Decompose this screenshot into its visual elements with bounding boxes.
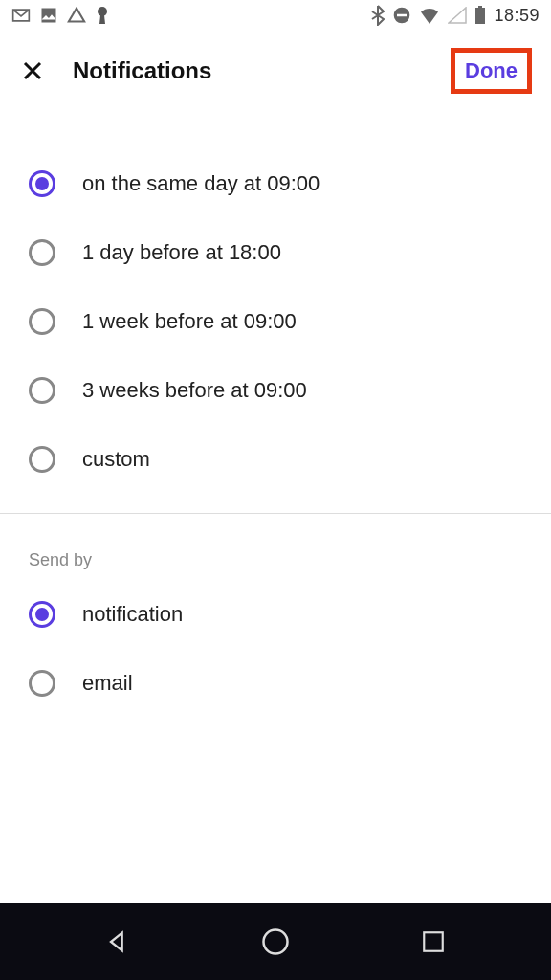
back-button[interactable] <box>100 924 135 959</box>
radio-icon <box>29 308 55 335</box>
battery-icon <box>474 6 486 25</box>
status-bar: 18:59 <box>0 0 551 31</box>
page-title: Notifications <box>73 57 211 84</box>
do-not-disturb-icon <box>392 6 411 25</box>
drive-icon <box>67 7 86 24</box>
navigation-bar <box>0 903 551 980</box>
radio-icon <box>29 601 55 628</box>
radio-label: email <box>82 671 133 696</box>
svg-rect-7 <box>425 932 444 951</box>
svg-point-1 <box>98 7 107 16</box>
radio-icon <box>29 170 55 197</box>
recents-icon <box>421 929 446 954</box>
timing-option-same-day[interactable]: on the same day at 09:00 <box>0 149 551 218</box>
radio-icon <box>29 446 55 473</box>
svg-rect-3 <box>397 14 407 17</box>
send-by-label: Send by <box>0 533 551 580</box>
radio-label: on the same day at 09:00 <box>82 171 320 196</box>
radio-label: 1 day before at 18:00 <box>82 240 281 265</box>
home-button[interactable] <box>258 924 293 959</box>
done-button[interactable]: Done <box>451 48 532 94</box>
radio-icon <box>29 239 55 266</box>
divider <box>0 513 551 514</box>
svg-rect-4 <box>475 8 485 24</box>
wifi-icon <box>419 7 440 24</box>
keyhole-icon <box>96 6 109 25</box>
close-icon <box>21 59 44 82</box>
svg-rect-0 <box>42 9 56 23</box>
svg-point-6 <box>263 930 287 954</box>
radio-label: notification <box>82 602 183 627</box>
gmail-icon <box>11 8 31 23</box>
back-icon <box>104 928 131 955</box>
radio-label: custom <box>82 447 150 472</box>
header: Notifications Done <box>0 31 551 111</box>
status-time: 18:59 <box>494 6 540 26</box>
home-icon <box>261 927 290 956</box>
timing-option-3-weeks[interactable]: 3 weeks before at 09:00 <box>0 356 551 425</box>
timing-option-custom[interactable]: custom <box>0 425 551 494</box>
send-by-email[interactable]: email <box>0 649 551 718</box>
svg-rect-5 <box>478 6 482 8</box>
cellular-icon <box>448 7 467 24</box>
timing-option-1-day[interactable]: 1 day before at 18:00 <box>0 218 551 287</box>
content: on the same day at 09:00 1 day before at… <box>0 111 551 903</box>
bluetooth-icon <box>371 5 385 26</box>
close-button[interactable] <box>19 57 46 84</box>
photos-icon <box>40 7 57 24</box>
radio-label: 1 week before at 09:00 <box>82 309 297 334</box>
radio-icon <box>29 377 55 404</box>
recents-button[interactable] <box>416 924 451 959</box>
send-by-notification[interactable]: notification <box>0 580 551 649</box>
timing-option-1-week[interactable]: 1 week before at 09:00 <box>0 287 551 356</box>
radio-label: 3 weeks before at 09:00 <box>82 378 307 403</box>
radio-icon <box>29 670 55 697</box>
